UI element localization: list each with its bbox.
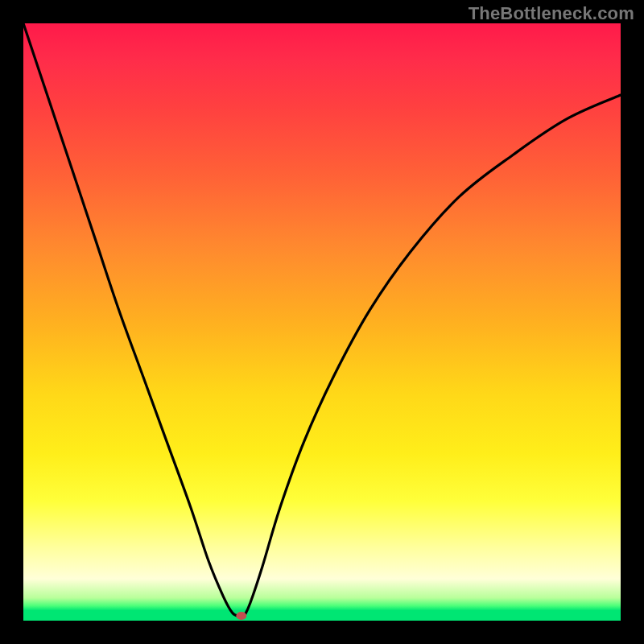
bottleneck-curve: [23, 23, 621, 621]
svg-point-0: [236, 612, 246, 620]
chart-frame: TheBottleneck.com: [0, 0, 644, 644]
plot-area: [23, 23, 621, 621]
watermark-text: TheBottleneck.com: [469, 3, 634, 24]
